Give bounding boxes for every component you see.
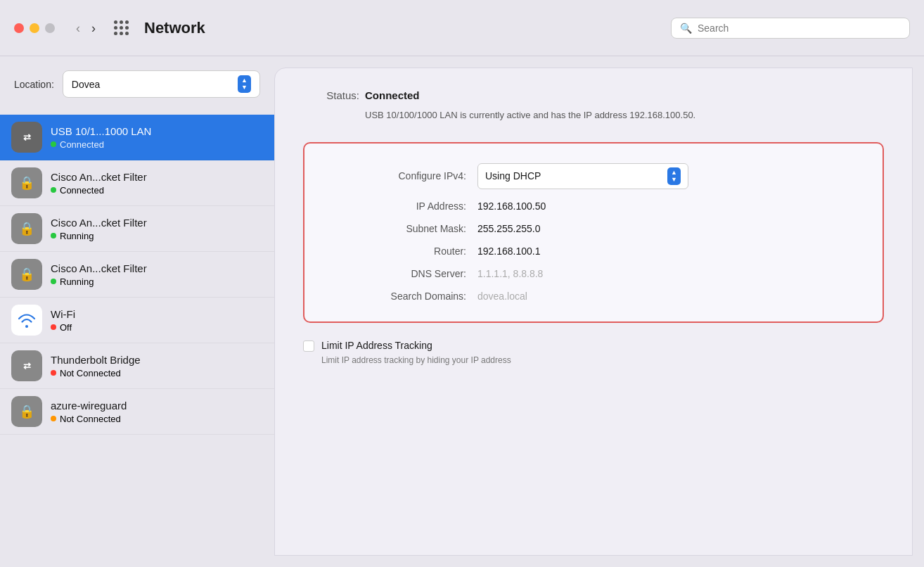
network-icon-wifi	[11, 305, 42, 336]
network-status: Running	[51, 276, 147, 287]
wifi-icon	[17, 312, 37, 328]
location-select[interactable]: Dovea ▲ ▼	[63, 70, 260, 98]
network-name: USB 10/1...1000 LAN	[51, 125, 151, 137]
grid-menu-button[interactable]	[114, 20, 129, 35]
search-box[interactable]: 🔍	[671, 18, 910, 39]
network-status: Not Connected	[51, 368, 141, 378]
back-button[interactable]: ‹	[72, 20, 84, 36]
usb-icon: ⇄	[23, 132, 31, 143]
status-row: Status: Connected	[303, 89, 884, 101]
location-bar: Location: Dovea ▲ ▼	[0, 70, 274, 115]
status-dot-red	[51, 324, 56, 330]
network-list: ⇄ USB 10/1...1000 LAN Connected 🔒 Cisco …	[0, 115, 274, 435]
ipv4-config-select[interactable]: Using DHCP ▲ ▼	[477, 163, 688, 189]
router-row: Router: 192.168.100.1	[326, 240, 861, 262]
network-status: Connected	[51, 139, 151, 150]
lock-icon: 🔒	[19, 404, 34, 419]
window-controls	[14, 23, 55, 33]
status-dot-red	[51, 370, 56, 376]
status-label: Status:	[303, 89, 359, 101]
network-item-azure-wg[interactable]: 🔒 azure-wireguard Not Connected	[0, 389, 274, 435]
chevron-up-icon: ▲	[241, 77, 248, 84]
subnet-mask-row: Subnet Mask: 255.255.255.0	[326, 217, 861, 240]
chevron-up-icon: ▲	[671, 170, 677, 176]
location-value: Dovea	[72, 79, 100, 90]
search-domains-label: Search Domains:	[326, 291, 466, 302]
router-value: 192.168.100.1	[477, 246, 541, 257]
search-domains-value: dovea.local	[477, 291, 527, 302]
status-dot-green	[51, 279, 56, 284]
network-icon-thunderbolt: ⇄	[11, 350, 42, 381]
location-arrows: ▲ ▼	[238, 75, 251, 93]
status-dot-green	[51, 233, 56, 238]
network-icon-lock1: 🔒	[11, 167, 42, 198]
network-item-cisco3[interactable]: 🔒 Cisco An...cket Filter Running	[0, 252, 274, 298]
status-section: Status: Connected USB 10/100/1000 LAN is…	[303, 89, 884, 122]
network-icon-lock2: 🔒	[11, 213, 42, 244]
network-status: Connected	[51, 185, 147, 196]
status-dot-orange	[51, 416, 56, 421]
ip-address-label: IP Address:	[326, 200, 466, 212]
dns-server-row: DNS Server: 1.1.1.1, 8.8.8.8	[326, 262, 861, 285]
nav-arrows: ‹ ›	[72, 20, 100, 36]
ipv4-config-value: Using DHCP	[485, 170, 541, 181]
chevron-down-icon: ▼	[671, 177, 677, 183]
tracking-section: Limit IP Address Tracking Limit IP addre…	[303, 340, 884, 367]
router-label: Router:	[326, 246, 466, 257]
status-dot-green	[51, 187, 56, 193]
network-item-wifi[interactable]: Wi-Fi Off	[0, 298, 274, 343]
detail-panel: Status: Connected USB 10/100/1000 LAN is…	[274, 68, 913, 556]
network-name: Cisco An...cket Filter	[51, 171, 147, 183]
network-name: Thunderbolt Bridge	[51, 354, 141, 366]
tracking-title: Limit IP Address Tracking	[321, 340, 511, 351]
status-dot-green	[51, 141, 56, 147]
subnet-mask-value: 255.255.255.0	[477, 223, 541, 234]
minimize-button[interactable]	[30, 23, 39, 33]
network-status: Off	[51, 322, 75, 333]
network-name: Cisco An...cket Filter	[51, 217, 147, 229]
ip-address-value: 192.168.100.50	[477, 200, 546, 212]
lock-icon: 🔒	[19, 175, 34, 191]
status-value: Connected	[365, 89, 420, 101]
dns-server-value: 1.1.1.1, 8.8.8.8	[477, 268, 543, 279]
page-title: Network	[144, 19, 205, 37]
tracking-description: Limit IP address tracking by hiding your…	[321, 354, 511, 367]
location-label: Location:	[14, 79, 54, 90]
chevron-down-icon: ▼	[241, 84, 248, 91]
network-status: Running	[51, 231, 147, 241]
ipv4-config-label: Configure IPv4:	[326, 170, 466, 181]
titlebar: ‹ › Network 🔍	[0, 0, 924, 56]
lock-icon: 🔒	[19, 267, 34, 282]
close-button[interactable]	[14, 23, 24, 33]
ipv4-arrows: ▲ ▼	[667, 167, 681, 185]
network-name: azure-wireguard	[51, 400, 127, 412]
status-description: USB 10/100/1000 LAN is currently active …	[365, 108, 884, 122]
network-name: Cisco An...cket Filter	[51, 262, 147, 274]
search-icon: 🔍	[680, 23, 692, 34]
ip-address-row: IP Address: 192.168.100.50	[326, 195, 861, 217]
sidebar: Location: Dovea ▲ ▼ ⇄ USB 10/1...1000 LA…	[0, 56, 274, 567]
search-input[interactable]	[698, 23, 901, 34]
network-item-usb-lan[interactable]: ⇄ USB 10/1...1000 LAN Connected	[0, 115, 274, 160]
ipv4-config-box: Configure IPv4: Using DHCP ▲ ▼ IP Addres…	[303, 142, 884, 323]
network-item-thunderbolt[interactable]: ⇄ Thunderbolt Bridge Not Connected	[0, 343, 274, 389]
search-domains-row: Search Domains: dovea.local	[326, 285, 861, 307]
network-item-cisco2[interactable]: 🔒 Cisco An...cket Filter Running	[0, 206, 274, 252]
tracking-checkbox[interactable]	[303, 340, 314, 352]
network-name: Wi-Fi	[51, 308, 75, 320]
dns-server-label: DNS Server:	[326, 268, 466, 279]
ipv4-config-row: Configure IPv4: Using DHCP ▲ ▼	[326, 158, 861, 195]
network-status: Not Connected	[51, 414, 127, 424]
forward-button[interactable]: ›	[87, 20, 100, 36]
main-content: Location: Dovea ▲ ▼ ⇄ USB 10/1...1000 LA…	[0, 56, 924, 567]
thunderbolt-icon: ⇄	[23, 361, 31, 371]
network-item-cisco1[interactable]: 🔒 Cisco An...cket Filter Connected	[0, 160, 274, 206]
subnet-mask-label: Subnet Mask:	[326, 223, 466, 234]
network-icon-usb: ⇄	[11, 122, 42, 153]
lock-icon: 🔒	[19, 221, 34, 236]
maximize-button[interactable]	[45, 23, 55, 33]
network-icon-azure: 🔒	[11, 396, 42, 427]
network-icon-lock3: 🔒	[11, 259, 42, 290]
